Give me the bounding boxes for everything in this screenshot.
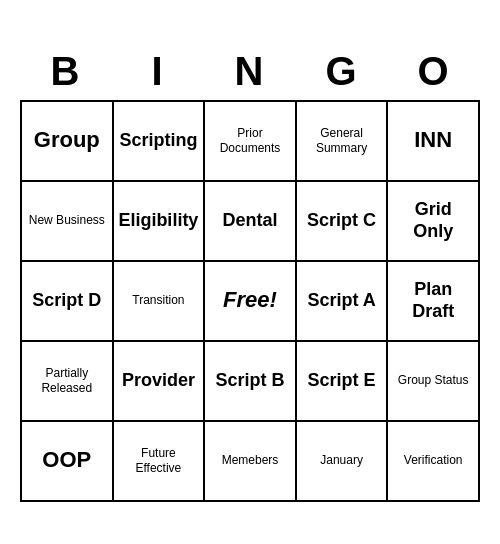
header-letter: B <box>20 43 112 100</box>
cell-r1-c0: New Business <box>22 182 114 262</box>
header-letter: O <box>388 43 480 100</box>
cell-r0-c4: INN <box>388 102 480 182</box>
cell-r1-c3: Script C <box>297 182 389 262</box>
cell-r0-c2: Prior Documents <box>205 102 297 182</box>
cell-r0-c0: Group <box>22 102 114 182</box>
bingo-card: BINGO GroupScriptingPrior DocumentsGener… <box>20 43 480 502</box>
cell-r0-c1: Scripting <box>114 102 206 182</box>
cell-r1-c2: Dental <box>205 182 297 262</box>
header-letter: N <box>204 43 296 100</box>
cell-r4-c4: Verification <box>388 422 480 502</box>
header-letter: I <box>112 43 204 100</box>
cell-r3-c2: Script B <box>205 342 297 422</box>
cell-r2-c3: Script A <box>297 262 389 342</box>
cell-r2-c0: Script D <box>22 262 114 342</box>
cell-r4-c3: January <box>297 422 389 502</box>
cell-r3-c4: Group Status <box>388 342 480 422</box>
cell-r2-c2: Free! <box>205 262 297 342</box>
bingo-grid: GroupScriptingPrior DocumentsGeneral Sum… <box>20 100 480 502</box>
cell-r3-c0: Partially Released <box>22 342 114 422</box>
cell-r1-c4: Grid Only <box>388 182 480 262</box>
cell-r0-c3: General Summary <box>297 102 389 182</box>
cell-r4-c1: Future Effective <box>114 422 206 502</box>
cell-r3-c1: Provider <box>114 342 206 422</box>
cell-r4-c0: OOP <box>22 422 114 502</box>
cell-r4-c2: Memebers <box>205 422 297 502</box>
cell-r1-c1: Eligibility <box>114 182 206 262</box>
cell-r2-c1: Transition <box>114 262 206 342</box>
cell-r3-c3: Script E <box>297 342 389 422</box>
bingo-header: BINGO <box>20 43 480 100</box>
cell-r2-c4: Plan Draft <box>388 262 480 342</box>
header-letter: G <box>296 43 388 100</box>
